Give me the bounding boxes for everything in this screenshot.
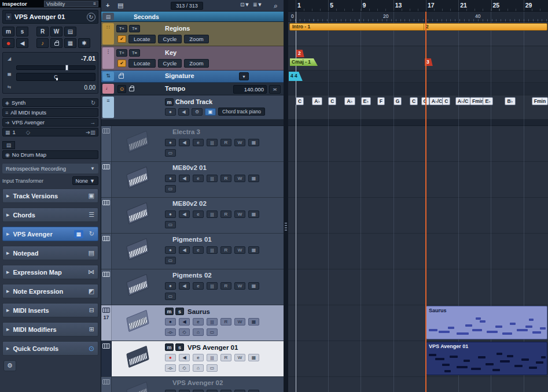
read-automation-button[interactable]: R xyxy=(220,175,231,182)
track-row-pigments-01[interactable]: Pigments 01●◀e|||RW▦▭ xyxy=(101,234,284,269)
edit-channel-button[interactable]: e xyxy=(193,282,204,290)
edit-channel-button[interactable]: e xyxy=(193,390,204,392)
read-automation-button[interactable]: R xyxy=(36,27,49,36)
pan-control[interactable]: C xyxy=(16,73,95,81)
lanes-icon[interactable]: ▭ xyxy=(207,364,218,372)
edit-instrument-icon[interactable]: ↻ xyxy=(87,13,95,21)
monitor-button[interactable]: ◀ xyxy=(179,390,190,392)
timeline-lane-me80v2-02[interactable] xyxy=(288,198,548,234)
open-instrument-button[interactable]: ||| xyxy=(207,282,218,290)
tempo-active-button[interactable]: ⊙ xyxy=(117,85,126,93)
transformer-icon[interactable]: ◇ xyxy=(179,328,190,336)
open-instrument-button[interactable]: ||| xyxy=(207,318,218,326)
write-automation-button[interactable]: W xyxy=(234,282,245,290)
monitor-button[interactable]: ◀ xyxy=(179,354,190,361)
add-key-button[interactable]: T+ xyxy=(116,49,127,57)
inspector-section-chords[interactable]: ▶Chords☰ xyxy=(2,208,98,222)
inspector-section-notepad[interactable]: ▶Notepad▤ xyxy=(2,246,98,260)
midi-channel-selector[interactable]: ▦ 1 ◇ ➔▥ xyxy=(2,128,98,136)
chord-track-header[interactable]: ≡ m Chord Track ● ◀ ⚙ ▣ Chord track pian… xyxy=(101,95,284,120)
regions-zoom-button[interactable]: Zoom xyxy=(184,35,208,43)
track-row-saurus[interactable]: 17msSaurus●◀e|||RW▦-o-◇⌂▭ xyxy=(101,305,284,341)
inspector-track-header[interactable]: ▼ VPS Avenger 01 ↻ xyxy=(2,10,98,24)
edit-channel-button[interactable]: e xyxy=(193,139,204,146)
monitor-mode-icon[interactable]: ⌂ xyxy=(193,328,204,336)
monitor-button[interactable]: ◀ xyxy=(16,38,28,48)
timeline-lane-pigments-02[interactable] xyxy=(288,269,548,305)
track-row-vps-avenger-02[interactable]: VPS Avenger 02●◀e|||RW▦▭ xyxy=(101,377,284,392)
read-automation-button[interactable]: R xyxy=(220,390,231,392)
lanes-icon[interactable]: ▭ xyxy=(165,149,176,157)
read-automation-button[interactable]: R xyxy=(220,246,231,254)
monitor-button[interactable]: ◀ xyxy=(179,246,190,254)
mute-button[interactable]: m xyxy=(2,27,14,36)
write-automation-button[interactable]: W xyxy=(234,390,245,392)
divider-grip-handle[interactable] xyxy=(285,223,287,232)
solo-button[interactable]: s xyxy=(175,343,184,351)
chord-event[interactable]: B♭ xyxy=(505,97,515,105)
key-event-cmaj[interactable]: Cmaj - 1 xyxy=(290,58,318,66)
search-tracks-icon[interactable]: ⌕ xyxy=(274,2,278,10)
timeline-lane-saurus[interactable]: Saurus xyxy=(288,305,548,341)
write-automation-button[interactable]: W xyxy=(50,27,62,36)
record-button[interactable]: ● xyxy=(165,175,176,182)
output-button[interactable]: ▦ xyxy=(248,210,259,218)
lanes-icon[interactable]: ▭ xyxy=(207,328,218,336)
output-routing-selector[interactable]: ➔ VPS Avenger → xyxy=(2,118,98,127)
seconds-ruler[interactable]: 02040 xyxy=(288,12,548,22)
record-button[interactable]: ● xyxy=(165,139,176,146)
record-button[interactable]: ● xyxy=(165,354,176,361)
edit-channel-button[interactable]: e xyxy=(193,210,204,218)
key-active-checkbox[interactable]: ✔ xyxy=(117,60,126,67)
regions-track-header[interactable]: ∷ T+ T≡ Regions ✔ Locate Cycle Zoom xyxy=(101,22,284,46)
track-row-vps-avenger-01[interactable]: msVPS Avenger 01●◀e|||RW▦-o-◇⌂▭ xyxy=(101,341,284,377)
chord-event[interactable]: Fmin xyxy=(532,97,548,105)
write-automation-button[interactable]: W xyxy=(234,175,245,182)
bar-ruler[interactable]: 1591317212529 xyxy=(288,0,548,12)
sort-tracks-icon[interactable]: ≣▼ xyxy=(253,2,262,8)
inspector-section-track-versions[interactable]: ▶Track Versions▣ xyxy=(2,188,98,203)
key-zoom-button[interactable]: Zoom xyxy=(184,59,208,68)
lock-icon[interactable] xyxy=(50,38,62,48)
monitor-button[interactable]: ◀ xyxy=(179,318,190,326)
fader-handle[interactable] xyxy=(65,65,68,71)
reload-icon[interactable]: ↻ xyxy=(91,99,95,106)
output-button[interactable]: ▦ xyxy=(248,318,259,326)
record-button[interactable]: ● xyxy=(165,108,176,116)
key-event-marker[interactable]: 2 xyxy=(296,50,304,57)
tab-inspector[interactable]: Inspector xyxy=(2,1,27,7)
lanes-icon[interactable]: ▭ xyxy=(165,221,176,228)
chord-event[interactable]: A♭ xyxy=(312,97,322,105)
monitor-button[interactable]: ◀ xyxy=(179,139,190,146)
midi-thru-icon[interactable]: -o- xyxy=(165,328,176,336)
open-instrument-button[interactable]: ||| xyxy=(207,246,218,254)
input-transformer-dropdown[interactable]: None ▼ xyxy=(72,176,98,185)
inspector-section-vps-avenger[interactable]: ▶VPS Avenger▦↻ xyxy=(2,227,98,241)
write-automation-button[interactable]: W xyxy=(234,139,245,146)
inspector-settings-gear-icon[interactable]: ⚙ xyxy=(3,360,16,371)
record-button[interactable]: ● xyxy=(165,390,176,392)
regions-locate-button[interactable]: Locate xyxy=(128,35,156,43)
resolve-voicings-icon[interactable]: ⚙ xyxy=(192,108,203,116)
automation-grid-icon[interactable]: ▤ xyxy=(64,27,76,36)
track-filter-icon[interactable]: ⊡▼ xyxy=(240,2,249,8)
instrument-selector[interactable]: ◈ Synth ↻ xyxy=(2,98,98,107)
track-row-me80v2-01[interactable]: ME80v2 01●◀e|||RW▦▭ xyxy=(101,162,284,198)
inspector-section-midi-inserts[interactable]: ▶MIDI Inserts⊟ xyxy=(2,303,98,317)
chord-lane[interactable]: CA♭CA♭E♭FGCCA♭/CCA♭/CFminE♭B♭Fmin xyxy=(288,95,548,120)
open-instrument-button[interactable]: ||| xyxy=(207,139,218,146)
read-automation-button[interactable]: R xyxy=(220,282,231,290)
output-button[interactable]: ▦ xyxy=(248,246,259,254)
signature-dropdown[interactable]: ▼ xyxy=(239,72,249,80)
regions-cycle-button[interactable]: Cycle xyxy=(158,35,182,43)
tempo-range-icon[interactable]: ≍ xyxy=(269,85,281,94)
key-lane[interactable]: 2 Cmaj - 1 3 xyxy=(288,46,548,71)
inspector-section-midi-modifiers[interactable]: ▶MIDI Modifiers⊞ xyxy=(2,322,98,336)
tempo-track-header[interactable]: ♩ ⊙ Tempo 140.000 ≍ xyxy=(101,83,284,95)
tempo-lane[interactable] xyxy=(288,83,548,95)
chord-event[interactable]: E♭ xyxy=(483,97,493,105)
volume-fader[interactable] xyxy=(16,65,95,70)
lock-icon[interactable] xyxy=(119,75,124,79)
read-automation-button[interactable]: R xyxy=(220,318,231,326)
solo-button[interactable]: s xyxy=(16,27,28,36)
